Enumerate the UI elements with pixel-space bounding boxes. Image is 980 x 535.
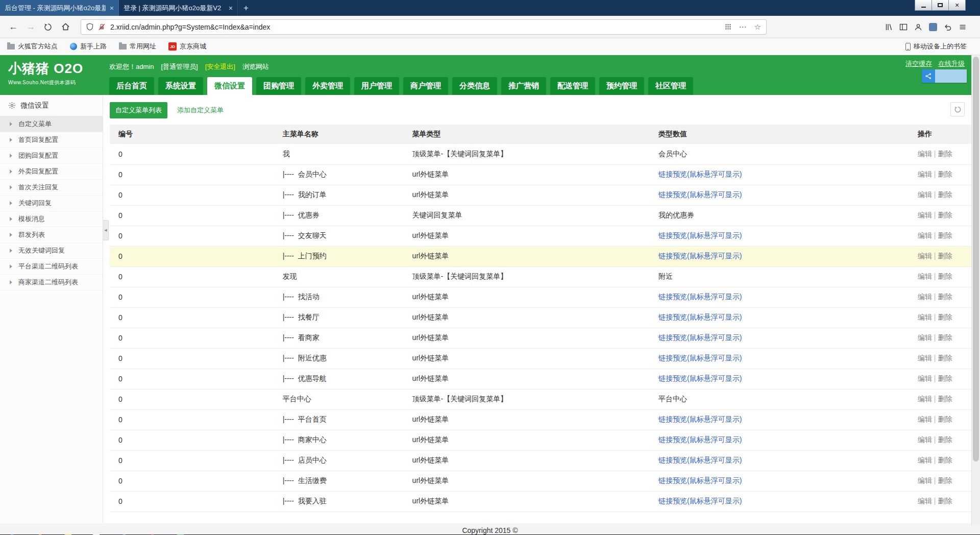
value-preview-link[interactable]: 链接预览(鼠标悬浮可显示) xyxy=(658,190,742,199)
new-tab-button[interactable]: + xyxy=(238,0,254,16)
browser-tab[interactable]: 后台管理 - 亲测源码网小猪o2o最新× xyxy=(0,0,119,16)
menu-list-tab[interactable]: 自定义菜单列表 xyxy=(110,102,167,118)
close-button[interactable]: × xyxy=(948,0,966,11)
value-preview-link[interactable]: 链接预览(鼠标悬浮可显示) xyxy=(658,415,742,423)
browse-site-link[interactable]: 浏览网站 xyxy=(242,62,269,71)
home-button[interactable] xyxy=(57,19,74,35)
delete-link[interactable]: 删除 xyxy=(938,456,952,464)
value-preview-link[interactable]: 链接预览(鼠标悬浮可显示) xyxy=(658,456,742,464)
maximize-button[interactable] xyxy=(932,0,949,11)
delete-link[interactable]: 删除 xyxy=(938,272,952,280)
delete-link[interactable]: 删除 xyxy=(938,415,952,423)
sidebar-toggle-icon[interactable] xyxy=(899,23,908,31)
delete-link[interactable]: 删除 xyxy=(938,374,952,382)
tab-close-icon[interactable]: × xyxy=(229,4,233,12)
page-scrollbar[interactable] xyxy=(971,55,980,526)
edit-link[interactable]: 编辑 xyxy=(918,252,932,260)
delete-link[interactable]: 删除 xyxy=(938,252,952,260)
value-preview-link[interactable]: 链接预览(鼠标悬浮可显示) xyxy=(658,293,742,301)
value-preview-link[interactable]: 链接预览(鼠标悬浮可显示) xyxy=(658,231,742,239)
admin-nav-tab[interactable]: 社区管理 xyxy=(648,77,693,95)
sidebar-item[interactable]: 首次关注回复 xyxy=(0,180,103,196)
delete-link[interactable]: 删除 xyxy=(938,211,952,219)
bookmark-item[interactable]: 新手上路 xyxy=(70,42,107,51)
extension-badge[interactable] xyxy=(922,69,967,83)
delete-link[interactable]: 删除 xyxy=(938,354,952,362)
delete-link[interactable]: 删除 xyxy=(938,170,952,178)
value-preview-link[interactable]: 链接预览(鼠标悬浮可显示) xyxy=(658,354,742,362)
edit-link[interactable]: 编辑 xyxy=(918,170,932,178)
delete-link[interactable]: 删除 xyxy=(938,231,952,239)
admin-nav-tab[interactable]: 配送管理 xyxy=(550,77,595,95)
undo-icon[interactable] xyxy=(944,23,952,31)
edit-link[interactable]: 编辑 xyxy=(918,231,932,239)
delete-link[interactable]: 删除 xyxy=(938,497,952,505)
sidebar-item[interactable]: 模板消息 xyxy=(0,211,103,227)
admin-nav-tab[interactable]: 外卖管理 xyxy=(305,77,350,95)
insecure-lock-icon[interactable] xyxy=(98,23,106,31)
admin-nav-tab[interactable]: 商户管理 xyxy=(403,77,448,95)
value-preview-link[interactable]: 链接预览(鼠标悬浮可显示) xyxy=(658,476,742,484)
edit-link[interactable]: 编辑 xyxy=(918,272,932,280)
admin-nav-tab[interactable]: 微信设置 xyxy=(207,77,252,95)
sidebar-item[interactable]: 自定义菜单 xyxy=(0,116,103,132)
minimize-button[interactable] xyxy=(915,0,932,11)
admin-nav-tab[interactable]: 系统设置 xyxy=(158,77,203,95)
edit-link[interactable]: 编辑 xyxy=(918,415,932,423)
admin-nav-tab[interactable]: 团购管理 xyxy=(256,77,301,95)
library-icon[interactable] xyxy=(885,23,893,31)
sidebar-collapse-handle[interactable]: ◀ xyxy=(103,220,109,240)
refresh-button[interactable] xyxy=(950,102,965,116)
browser-tab[interactable]: 登录 | 亲测源码网小猪o2o最新V2× xyxy=(119,0,238,16)
edit-link[interactable]: 编辑 xyxy=(918,211,932,219)
admin-nav-tab[interactable]: 后台首页 xyxy=(109,77,154,95)
admin-nav-tab[interactable]: 预约管理 xyxy=(599,77,644,95)
tab-close-icon[interactable]: × xyxy=(110,4,114,12)
menu-icon[interactable] xyxy=(959,23,967,31)
edit-link[interactable]: 编辑 xyxy=(918,293,932,301)
delete-link[interactable]: 删除 xyxy=(938,190,952,199)
bookmark-item[interactable]: JD京东商城 xyxy=(168,42,206,51)
value-preview-link[interactable]: 链接预览(鼠标悬浮可显示) xyxy=(658,252,742,260)
delete-link[interactable]: 删除 xyxy=(938,395,952,403)
forward-button[interactable]: → xyxy=(22,19,39,35)
value-preview-link[interactable]: 链接预览(鼠标悬浮可显示) xyxy=(658,497,742,505)
value-preview-link[interactable]: 链接预览(鼠标悬浮可显示) xyxy=(658,374,742,382)
account-icon[interactable] xyxy=(914,23,922,31)
edit-link[interactable]: 编辑 xyxy=(918,313,932,321)
edit-link[interactable]: 编辑 xyxy=(918,497,932,505)
bookmark-star-icon[interactable]: ☆ xyxy=(754,22,761,32)
mobile-bookmarks-button[interactable]: 移动设备上的书签 xyxy=(905,42,973,51)
value-preview-link[interactable]: 链接预览(鼠标悬浮可显示) xyxy=(658,170,742,178)
extension-icon[interactable] xyxy=(929,23,937,31)
sidebar-item[interactable]: 商家渠道二维码列表 xyxy=(0,275,103,290)
delete-link[interactable]: 删除 xyxy=(938,333,952,342)
sidebar-item[interactable]: 团购回复配置 xyxy=(0,148,103,164)
online-upgrade-link[interactable]: 在线升级 xyxy=(938,59,965,68)
sidebar-item[interactable]: 首页回复配置 xyxy=(0,132,103,148)
value-preview-link[interactable]: 链接预览(鼠标悬浮可显示) xyxy=(658,333,742,342)
admin-nav-tab[interactable]: 分类信息 xyxy=(452,77,497,95)
value-preview-link[interactable]: 链接预览(鼠标悬浮可显示) xyxy=(658,313,742,321)
sidebar-item[interactable]: 无效关键词回复 xyxy=(0,243,103,259)
edit-link[interactable]: 编辑 xyxy=(918,435,932,444)
edit-link[interactable]: 编辑 xyxy=(918,476,932,484)
sidebar-item[interactable]: 平台渠道二维码列表 xyxy=(0,259,103,275)
sidebar-item[interactable]: 关键词回复 xyxy=(0,196,103,211)
reload-button[interactable] xyxy=(40,19,56,35)
delete-link[interactable]: 删除 xyxy=(938,313,952,321)
address-bar[interactable]: 2.xriid.cn/admin.php?g=System&c=Index&a=… xyxy=(81,19,767,35)
delete-link[interactable]: 删除 xyxy=(938,150,952,158)
back-button[interactable]: ← xyxy=(5,19,21,35)
edit-link[interactable]: 编辑 xyxy=(918,333,932,342)
delete-link[interactable]: 删除 xyxy=(938,293,952,301)
scrollbar-thumb[interactable] xyxy=(973,57,979,461)
bookmark-item[interactable]: 常用网址 xyxy=(119,42,156,51)
edit-link[interactable]: 编辑 xyxy=(918,395,932,403)
delete-link[interactable]: 删除 xyxy=(938,476,952,484)
value-preview-link[interactable]: 链接预览(鼠标悬浮可显示) xyxy=(658,435,742,444)
page-actions-more-icon[interactable]: ⋯ xyxy=(739,22,747,32)
bookmark-item[interactable]: 火狐官方站点 xyxy=(7,42,58,51)
clear-cache-link[interactable]: 清空缓存 xyxy=(905,59,932,68)
admin-nav-tab[interactable]: 推广营销 xyxy=(501,77,546,95)
